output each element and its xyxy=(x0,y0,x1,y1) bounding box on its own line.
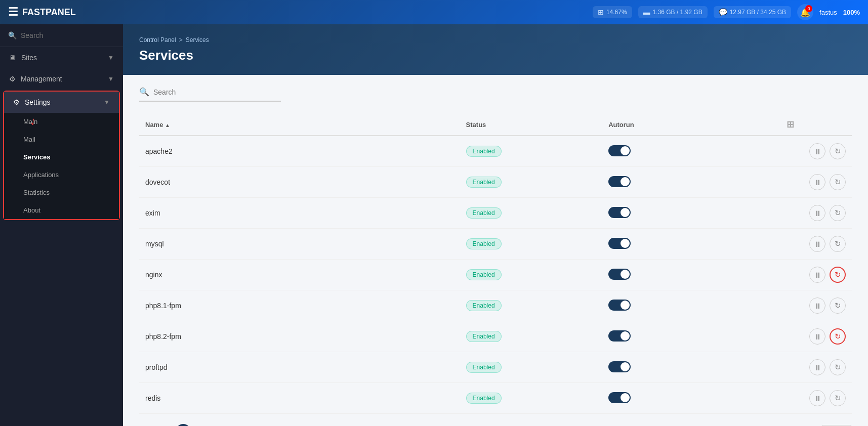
settings-submenu: Main Mail Services Applications Statisti… xyxy=(4,113,119,219)
logo-icon: ☰ xyxy=(8,6,18,19)
sidebar-sub-item-applications[interactable]: Applications xyxy=(4,166,119,184)
user-name: fastus xyxy=(819,9,837,16)
status-badge: Enabled xyxy=(466,238,502,249)
sidebar: 🔍 🖥 Sites ▼ ⚙ Management ▼ ⚙ Settin xyxy=(0,24,123,426)
table-row: exim Enabled ⏸ ↻ xyxy=(139,198,852,229)
statistics-label: Statistics xyxy=(23,189,50,196)
pause-button[interactable]: ⏸ xyxy=(809,390,825,406)
breadcrumb-parent[interactable]: Control Panel xyxy=(139,36,176,44)
cpu-icon: ⊞ xyxy=(598,8,604,16)
service-name: redis xyxy=(139,383,460,414)
search-input[interactable] xyxy=(21,31,115,39)
service-autorun[interactable] xyxy=(602,198,780,229)
sidebar-item-management[interactable]: ⚙ Management ▼ xyxy=(0,68,123,90)
restart-button[interactable]: ↻ xyxy=(830,143,846,159)
page-last-btn[interactable]: » xyxy=(212,424,227,426)
service-autorun[interactable] xyxy=(602,290,780,321)
page-first-btn[interactable]: « xyxy=(139,424,154,426)
restart-button[interactable]: ↻ xyxy=(830,328,846,345)
services-label: Services xyxy=(23,153,51,161)
restart-button[interactable]: ↻ xyxy=(830,236,846,252)
table-row: redis Enabled ⏸ ↻ xyxy=(139,383,852,414)
pause-button[interactable]: ⏸ xyxy=(809,236,825,252)
sidebar-sub-item-services[interactable]: Services xyxy=(4,148,119,166)
service-name: php8.1-fpm xyxy=(139,290,460,321)
autorun-toggle[interactable] xyxy=(608,176,631,187)
grid-view-icon[interactable]: ⊞ xyxy=(787,119,794,130)
pagination: « ‹ 1 › » xyxy=(139,424,227,426)
service-autorun[interactable] xyxy=(602,352,780,383)
sidebar-sub-item-main[interactable]: Main xyxy=(4,113,119,131)
sidebar-sub-item-about[interactable]: About xyxy=(4,201,119,219)
pause-button[interactable]: ⏸ xyxy=(809,143,825,159)
search-box: 🔍 xyxy=(139,87,281,102)
autorun-toggle[interactable] xyxy=(608,238,631,249)
service-actions: ⏸ ↻ xyxy=(780,198,852,229)
service-name: nginx xyxy=(139,260,460,290)
col-header-name[interactable]: Name xyxy=(139,114,460,136)
pause-button[interactable]: ⏸ xyxy=(809,267,825,283)
pause-button[interactable]: ⏸ xyxy=(809,297,825,314)
col-header-status[interactable]: Status xyxy=(460,114,603,136)
table-row: proftpd Enabled ⏸ ↻ xyxy=(139,352,852,383)
restart-button[interactable]: ↻ xyxy=(830,174,846,190)
autorun-toggle[interactable] xyxy=(608,392,631,403)
chevron-down-icon: ▼ xyxy=(108,54,114,61)
settings-icon: ⚙ xyxy=(13,98,20,106)
sidebar-sub-item-statistics[interactable]: Statistics xyxy=(4,184,119,201)
services-search-input[interactable] xyxy=(153,88,281,96)
page-prev-btn[interactable]: ‹ xyxy=(157,424,173,426)
autorun-toggle[interactable] xyxy=(608,361,631,372)
bell-button[interactable]: 🔔 0 xyxy=(797,4,813,20)
status-badge: Enabled xyxy=(466,269,502,280)
sidebar-item-sites[interactable]: 🖥 Sites ▼ xyxy=(0,47,123,68)
main-content: Control Panel > Services Services 🔍 Name xyxy=(123,24,868,426)
service-status: Enabled xyxy=(460,198,603,229)
sidebar-item-label-settings: Settings xyxy=(25,98,51,106)
service-autorun[interactable] xyxy=(602,229,780,260)
restart-button[interactable]: ↻ xyxy=(830,359,846,375)
service-autorun[interactable] xyxy=(602,321,780,352)
logo: ☰ FASTPANEL xyxy=(8,6,76,19)
status-badge: Enabled xyxy=(466,331,502,342)
autorun-toggle[interactable] xyxy=(608,300,631,311)
page-title: Services xyxy=(139,48,852,63)
pause-button[interactable]: ⏸ xyxy=(809,205,825,221)
restart-button[interactable]: ↻ xyxy=(830,390,846,406)
status-badge: Enabled xyxy=(466,177,502,188)
sidebar-sub-item-mail[interactable]: Mail xyxy=(4,131,119,148)
topbar: ☰ FASTPANEL ⊞ 14.67% ▬ 1.36 GB / 1.92 GB… xyxy=(0,0,868,24)
sidebar-search[interactable]: 🔍 xyxy=(0,24,123,47)
autorun-toggle[interactable] xyxy=(608,269,631,280)
autorun-toggle[interactable] xyxy=(608,207,631,218)
pause-button[interactable]: ⏸ xyxy=(809,174,825,190)
restart-button[interactable]: ↻ xyxy=(830,205,846,221)
service-actions: ⏸ ↻ xyxy=(780,229,852,260)
service-status: Enabled xyxy=(460,136,603,167)
ram-stat: ▬ 1.36 GB / 1.92 GB xyxy=(638,6,708,18)
restart-button[interactable]: ↻ xyxy=(830,297,846,314)
service-autorun[interactable] xyxy=(602,136,780,167)
service-status: Enabled xyxy=(460,260,603,290)
search-icon-main: 🔍 xyxy=(139,87,149,97)
service-autorun[interactable] xyxy=(602,260,780,290)
service-autorun[interactable] xyxy=(602,167,780,198)
status-badge: Enabled xyxy=(466,207,502,219)
service-autorun[interactable] xyxy=(602,383,780,414)
restart-button[interactable]: ↻ xyxy=(830,267,846,283)
pause-button[interactable]: ⏸ xyxy=(809,328,825,345)
zoom-level: 100% xyxy=(843,9,860,16)
service-name: dovecot xyxy=(139,167,460,198)
page-current-btn[interactable]: 1 xyxy=(176,424,191,426)
autorun-toggle[interactable] xyxy=(608,330,631,342)
disk-icon: 💬 xyxy=(719,8,727,16)
cpu-value: 14.67% xyxy=(606,9,627,16)
col-header-autorun[interactable]: Autorun xyxy=(602,114,780,136)
sidebar-item-settings[interactable]: ⚙ Settings ▼ xyxy=(4,92,119,113)
page-next-btn[interactable]: › xyxy=(194,424,209,426)
autorun-toggle[interactable] xyxy=(608,145,631,156)
breadcrumb-current: Services xyxy=(186,36,209,44)
service-actions: ⏸ ↻ xyxy=(780,136,852,167)
pause-button[interactable]: ⏸ xyxy=(809,359,825,375)
user-menu[interactable]: fastus xyxy=(819,9,837,16)
